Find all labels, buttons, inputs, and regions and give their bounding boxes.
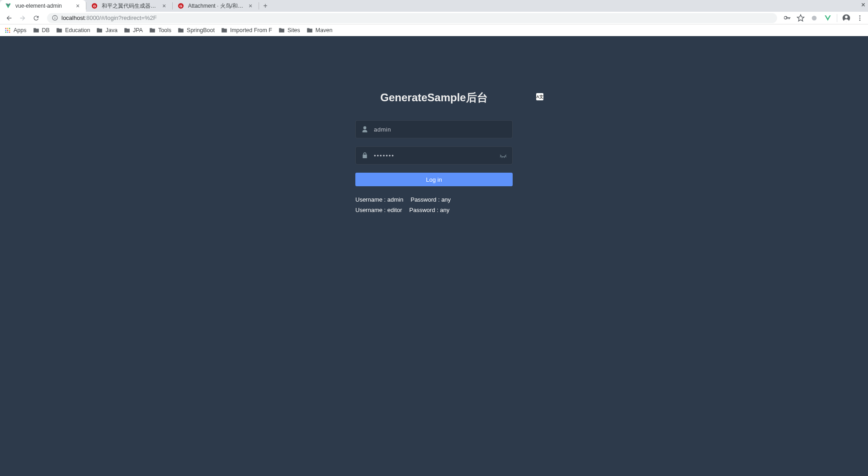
address-bar[interactable]: localhost:8000/#/login?redirect=%2F bbox=[47, 13, 777, 23]
folder-icon bbox=[149, 27, 156, 33]
login-title: GenerateSample后台 bbox=[355, 90, 513, 105]
bookmark-folder-tools[interactable]: Tools bbox=[149, 27, 171, 33]
bookmark-folder-imported[interactable]: Imported From F bbox=[221, 27, 272, 33]
svg-point-11 bbox=[859, 17, 861, 19]
folder-icon bbox=[96, 27, 103, 33]
page-content: GenerateSample后台 A文 ••••••• Log in Usern… bbox=[0, 36, 868, 476]
toolbar-actions bbox=[783, 14, 864, 23]
reload-button[interactable] bbox=[31, 13, 42, 24]
svg-point-12 bbox=[859, 19, 861, 21]
svg-point-10 bbox=[859, 15, 861, 17]
tab-title: 和平之翼代码生成器SMEU bbox=[102, 2, 159, 10]
hint-row: Username : editor Password : any bbox=[355, 207, 513, 213]
browser-tab-active[interactable]: vue-element-admin × bbox=[0, 0, 86, 12]
svg-rect-13 bbox=[5, 28, 6, 28]
bookmark-label: Apps bbox=[14, 27, 27, 33]
vue-favicon bbox=[5, 2, 12, 9]
folder-icon bbox=[307, 27, 313, 33]
folder-icon bbox=[178, 27, 184, 33]
username-input[interactable] bbox=[374, 126, 512, 133]
password-field-wrapper: ••••••• bbox=[355, 146, 513, 165]
svg-rect-16 bbox=[5, 29, 6, 30]
folder-icon bbox=[278, 27, 285, 33]
bookmark-folder-sites[interactable]: Sites bbox=[278, 27, 300, 33]
svg-line-24 bbox=[504, 157, 505, 158]
svg-rect-15 bbox=[9, 28, 10, 28]
bookmark-star-icon[interactable] bbox=[796, 14, 805, 23]
bookmark-folder-db[interactable]: DB bbox=[33, 27, 50, 33]
bookmarks-bar: Apps DB Education Java JPA Tools SpringB… bbox=[0, 24, 868, 36]
language-switch-badge[interactable]: A文 bbox=[536, 93, 543, 100]
toolbar-separator bbox=[837, 14, 837, 22]
url-path: :8000/#/login?redirect=%2F bbox=[85, 14, 156, 21]
bookmark-label: Tools bbox=[158, 27, 171, 33]
svg-point-9 bbox=[845, 15, 848, 18]
folder-icon bbox=[124, 27, 130, 33]
svg-line-23 bbox=[502, 157, 502, 158]
browser-tab[interactable]: G 和平之翼代码生成器SMEU × bbox=[86, 0, 172, 12]
bookmark-label: Education bbox=[65, 27, 90, 33]
bookmark-folder-maven[interactable]: Maven bbox=[307, 27, 333, 33]
g-favicon: G bbox=[91, 2, 98, 9]
svg-rect-5 bbox=[54, 17, 55, 19]
login-hints: Username : admin Password : any Username… bbox=[355, 196, 513, 213]
folder-icon bbox=[56, 27, 62, 33]
svg-rect-14 bbox=[7, 28, 8, 28]
login-form: GenerateSample后台 A文 ••••••• Log in Usern… bbox=[355, 36, 513, 213]
svg-rect-17 bbox=[7, 29, 8, 30]
hint-password: Password : any bbox=[409, 207, 449, 213]
tab-title: vue-element-admin bbox=[15, 3, 72, 9]
tab-title: Attachment · 火鸟/和平之 bbox=[188, 2, 245, 10]
key-icon[interactable] bbox=[783, 14, 792, 23]
bookmark-label: SpringBoot bbox=[187, 27, 215, 33]
hint-password: Password : any bbox=[410, 196, 451, 203]
g-favicon: G bbox=[177, 2, 184, 9]
svg-rect-6 bbox=[54, 16, 55, 17]
password-input[interactable]: ••••••• bbox=[374, 152, 512, 159]
window-close-icon[interactable]: × bbox=[861, 1, 865, 9]
svg-rect-19 bbox=[5, 31, 6, 32]
vue-devtools-icon[interactable] bbox=[823, 14, 832, 23]
hint-row: Username : admin Password : any bbox=[355, 196, 513, 203]
back-button[interactable] bbox=[4, 13, 14, 24]
apps-grid-icon bbox=[5, 27, 11, 33]
folder-icon bbox=[33, 27, 39, 33]
browser-toolbar: localhost:8000/#/login?redirect=%2F bbox=[0, 12, 868, 24]
browser-tab[interactable]: G Attachment · 火鸟/和平之 × bbox=[173, 0, 259, 12]
tab-close-icon[interactable]: × bbox=[247, 2, 254, 9]
new-tab-button[interactable]: + bbox=[259, 0, 272, 12]
eye-closed-icon[interactable] bbox=[499, 151, 508, 160]
bookmark-label: DB bbox=[42, 27, 50, 33]
forward-button[interactable] bbox=[17, 13, 28, 24]
svg-line-22 bbox=[500, 156, 501, 157]
login-button[interactable]: Log in bbox=[355, 173, 513, 186]
hint-username: Username : editor bbox=[355, 207, 402, 213]
svg-text:G: G bbox=[93, 4, 96, 8]
username-field-wrapper bbox=[355, 120, 513, 138]
bookmark-label: JPA bbox=[133, 27, 143, 33]
user-icon bbox=[356, 126, 374, 133]
svg-point-7 bbox=[812, 15, 817, 20]
svg-rect-21 bbox=[9, 31, 10, 32]
tab-close-icon[interactable]: × bbox=[74, 2, 81, 9]
lock-icon bbox=[356, 152, 374, 159]
svg-text:G: G bbox=[179, 4, 182, 8]
svg-rect-18 bbox=[9, 29, 10, 30]
site-info-icon[interactable] bbox=[52, 15, 58, 21]
extension-icon-1[interactable] bbox=[810, 14, 819, 23]
bookmark-folder-java[interactable]: Java bbox=[96, 27, 117, 33]
url-host: localhost bbox=[61, 14, 85, 21]
svg-line-25 bbox=[505, 156, 506, 157]
hint-username: Username : admin bbox=[355, 196, 403, 203]
bookmark-folder-jpa[interactable]: JPA bbox=[124, 27, 143, 33]
svg-rect-20 bbox=[7, 31, 8, 32]
folder-icon bbox=[221, 27, 227, 33]
browser-tab-strip: vue-element-admin × G 和平之翼代码生成器SMEU × G … bbox=[0, 0, 868, 12]
bookmark-apps[interactable]: Apps bbox=[5, 27, 27, 33]
menu-dots-icon[interactable] bbox=[855, 14, 864, 23]
profile-avatar-icon[interactable] bbox=[842, 14, 851, 23]
bookmark-folder-education[interactable]: Education bbox=[56, 27, 90, 33]
tab-close-icon[interactable]: × bbox=[160, 2, 168, 9]
bookmark-label: Imported From F bbox=[230, 27, 272, 33]
bookmark-folder-springboot[interactable]: SpringBoot bbox=[178, 27, 215, 33]
